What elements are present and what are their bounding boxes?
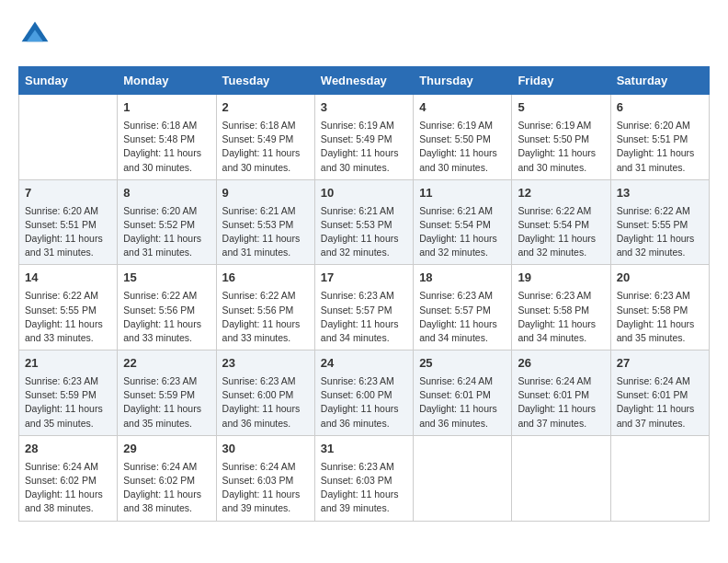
day-number: 9 [222,185,309,202]
day-info: Sunrise: 6:23 AM Sunset: 6:00 PM Dayligh… [321,374,407,431]
calendar-cell: 26Sunrise: 6:24 AM Sunset: 6:01 PM Dayli… [512,350,610,436]
calendar-cell: 2Sunrise: 6:18 AM Sunset: 5:49 PM Daylig… [216,95,314,180]
calendar-cell: 29Sunrise: 6:24 AM Sunset: 6:02 PM Dayli… [118,435,216,521]
day-number: 20 [617,270,703,287]
day-info: Sunrise: 6:23 AM Sunset: 5:58 PM Dayligh… [617,289,703,345]
header-cell-wednesday: Wednesday [314,67,413,95]
day-number: 22 [123,355,210,373]
calendar-cell: 27Sunrise: 6:24 AM Sunset: 6:01 PM Dayli… [610,350,709,436]
calendar-cell: 13Sunrise: 6:22 AM Sunset: 5:55 PM Dayli… [610,179,709,265]
day-number: 18 [419,270,506,287]
calendar-row: 7Sunrise: 6:20 AM Sunset: 5:51 PM Daylig… [19,179,710,265]
calendar-cell: 19Sunrise: 6:23 AM Sunset: 5:58 PM Dayli… [512,265,610,350]
day-number: 17 [321,270,407,287]
day-number: 11 [419,185,506,202]
day-number: 26 [518,355,604,373]
day-number: 25 [419,355,506,373]
page-header [18,18,710,52]
day-number: 8 [123,185,210,202]
day-info: Sunrise: 6:23 AM Sunset: 5:59 PM Dayligh… [123,374,210,431]
day-number: 30 [222,441,309,458]
day-info: Sunrise: 6:22 AM Sunset: 5:56 PM Dayligh… [222,289,309,345]
calendar-cell [610,435,709,521]
calendar-cell: 21Sunrise: 6:23 AM Sunset: 5:59 PM Dayli… [19,350,118,436]
calendar-cell [19,95,118,180]
header-cell-thursday: Thursday [414,67,512,95]
day-number: 19 [518,270,604,287]
day-info: Sunrise: 6:22 AM Sunset: 5:56 PM Dayligh… [123,289,210,345]
calendar-cell: 11Sunrise: 6:21 AM Sunset: 5:54 PM Dayli… [414,179,512,265]
day-info: Sunrise: 6:23 AM Sunset: 5:59 PM Dayligh… [25,374,111,431]
day-info: Sunrise: 6:19 AM Sunset: 5:49 PM Dayligh… [321,119,407,175]
calendar-header-row: SundayMondayTuesdayWednesdayThursdayFrid… [19,67,710,95]
calendar-cell: 30Sunrise: 6:24 AM Sunset: 6:03 PM Dayli… [216,435,314,521]
day-number: 13 [617,185,703,202]
calendar-cell: 22Sunrise: 6:23 AM Sunset: 5:59 PM Dayli… [118,350,216,436]
day-info: Sunrise: 6:24 AM Sunset: 6:02 PM Dayligh… [123,460,210,516]
day-info: Sunrise: 6:23 AM Sunset: 5:57 PM Dayligh… [419,289,506,345]
day-number: 29 [123,441,210,458]
calendar-cell: 9Sunrise: 6:21 AM Sunset: 5:53 PM Daylig… [216,179,314,265]
day-info: Sunrise: 6:20 AM Sunset: 5:51 PM Dayligh… [617,119,703,175]
day-number: 15 [123,270,210,287]
day-info: Sunrise: 6:24 AM Sunset: 6:02 PM Dayligh… [25,460,111,516]
day-info: Sunrise: 6:22 AM Sunset: 5:55 PM Dayligh… [25,289,111,345]
day-number: 12 [518,185,604,202]
day-info: Sunrise: 6:18 AM Sunset: 5:48 PM Dayligh… [123,119,210,175]
day-number: 7 [25,185,111,202]
day-info: Sunrise: 6:21 AM Sunset: 5:54 PM Dayligh… [419,204,506,260]
calendar-cell: 23Sunrise: 6:23 AM Sunset: 6:00 PM Dayli… [216,350,314,436]
day-info: Sunrise: 6:23 AM Sunset: 6:00 PM Dayligh… [222,374,309,431]
day-info: Sunrise: 6:24 AM Sunset: 6:01 PM Dayligh… [419,374,506,431]
day-info: Sunrise: 6:24 AM Sunset: 6:01 PM Dayligh… [518,374,604,431]
day-number: 16 [222,270,309,287]
calendar-cell: 24Sunrise: 6:23 AM Sunset: 6:00 PM Dayli… [314,350,413,436]
day-info: Sunrise: 6:23 AM Sunset: 6:03 PM Dayligh… [321,460,407,516]
calendar-cell: 3Sunrise: 6:19 AM Sunset: 5:49 PM Daylig… [314,95,413,180]
calendar-row: 14Sunrise: 6:22 AM Sunset: 5:55 PM Dayli… [19,265,710,350]
day-info: Sunrise: 6:20 AM Sunset: 5:52 PM Dayligh… [123,204,210,260]
calendar-cell: 16Sunrise: 6:22 AM Sunset: 5:56 PM Dayli… [216,265,314,350]
day-number: 31 [321,441,407,458]
day-info: Sunrise: 6:19 AM Sunset: 5:50 PM Dayligh… [419,119,506,175]
calendar-cell [512,435,610,521]
day-info: Sunrise: 6:22 AM Sunset: 5:54 PM Dayligh… [518,204,604,260]
header-cell-sunday: Sunday [19,67,118,95]
calendar-cell: 7Sunrise: 6:20 AM Sunset: 5:51 PM Daylig… [19,179,118,265]
calendar-cell: 5Sunrise: 6:19 AM Sunset: 5:50 PM Daylig… [512,95,610,180]
day-number: 6 [617,99,703,117]
header-cell-friday: Friday [512,67,610,95]
day-info: Sunrise: 6:19 AM Sunset: 5:50 PM Dayligh… [518,119,604,175]
day-number: 14 [25,270,111,287]
calendar-cell: 4Sunrise: 6:19 AM Sunset: 5:50 PM Daylig… [414,95,512,180]
day-number: 27 [617,355,703,373]
day-number: 24 [321,355,407,373]
calendar-row: 21Sunrise: 6:23 AM Sunset: 5:59 PM Dayli… [19,350,710,436]
day-info: Sunrise: 6:21 AM Sunset: 5:53 PM Dayligh… [222,204,309,260]
calendar-cell: 12Sunrise: 6:22 AM Sunset: 5:54 PM Dayli… [512,179,610,265]
calendar-cell: 14Sunrise: 6:22 AM Sunset: 5:55 PM Dayli… [19,265,118,350]
day-info: Sunrise: 6:24 AM Sunset: 6:01 PM Dayligh… [617,374,703,431]
logo [18,18,55,52]
day-number: 10 [321,185,407,202]
calendar-cell: 17Sunrise: 6:23 AM Sunset: 5:57 PM Dayli… [314,265,413,350]
calendar-cell: 8Sunrise: 6:20 AM Sunset: 5:52 PM Daylig… [118,179,216,265]
calendar-cell: 25Sunrise: 6:24 AM Sunset: 6:01 PM Dayli… [414,350,512,436]
calendar-row: 28Sunrise: 6:24 AM Sunset: 6:02 PM Dayli… [19,435,710,521]
calendar-cell: 31Sunrise: 6:23 AM Sunset: 6:03 PM Dayli… [314,435,413,521]
header-cell-monday: Monday [118,67,216,95]
calendar-table: SundayMondayTuesdayWednesdayThursdayFrid… [18,66,710,522]
day-info: Sunrise: 6:23 AM Sunset: 5:58 PM Dayligh… [518,289,604,345]
day-info: Sunrise: 6:24 AM Sunset: 6:03 PM Dayligh… [222,460,309,516]
day-number: 28 [25,441,111,458]
day-info: Sunrise: 6:20 AM Sunset: 5:51 PM Dayligh… [25,204,111,260]
calendar-cell: 28Sunrise: 6:24 AM Sunset: 6:02 PM Dayli… [19,435,118,521]
day-info: Sunrise: 6:23 AM Sunset: 5:57 PM Dayligh… [321,289,407,345]
calendar-cell: 20Sunrise: 6:23 AM Sunset: 5:58 PM Dayli… [610,265,709,350]
calendar-cell: 6Sunrise: 6:20 AM Sunset: 5:51 PM Daylig… [610,95,709,180]
day-info: Sunrise: 6:18 AM Sunset: 5:49 PM Dayligh… [222,119,309,175]
day-number: 4 [419,99,506,117]
day-number: 2 [222,99,309,117]
header-cell-saturday: Saturday [610,67,709,95]
logo-icon [18,18,51,52]
